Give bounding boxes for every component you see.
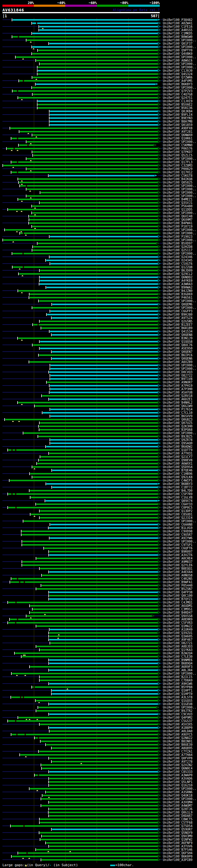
alignment-bar[interactable]: [41, 585, 158, 586]
alignment-bar[interactable]: [50, 392, 158, 393]
alignment-bar[interactable]: [51, 365, 158, 366]
alignment-bar[interactable]: [38, 50, 158, 51]
alignment-bar[interactable]: [51, 439, 158, 441]
alignment-bar[interactable]: [49, 398, 158, 400]
alignment-bar[interactable]: [33, 609, 158, 610]
alignment-bar[interactable]: [18, 338, 158, 339]
alignment-bar[interactable]: [10, 619, 158, 620]
alignment-bar[interactable]: [8, 493, 158, 495]
alignment-bar[interactable]: [23, 544, 158, 546]
alignment-bar[interactable]: [51, 524, 158, 525]
alignment-bar[interactable]: [8, 507, 158, 508]
alignment-bar[interactable]: [33, 249, 158, 251]
alignment-bar[interactable]: [49, 662, 158, 664]
alignment-bar[interactable]: [40, 280, 158, 281]
alignment-bar[interactable]: [46, 287, 158, 288]
alignment-bar[interactable]: [40, 676, 158, 678]
alignment-bar[interactable]: [50, 537, 158, 539]
alignment-bar[interactable]: [33, 324, 158, 326]
alignment-bar[interactable]: [49, 175, 155, 177]
alignment-bar[interactable]: [12, 172, 158, 173]
alignment-bar[interactable]: [51, 388, 158, 390]
alignment-bar[interactable]: [42, 395, 158, 397]
alignment-bar[interactable]: [47, 314, 158, 315]
alignment-bar[interactable]: [39, 29, 158, 31]
alignment-bar[interactable]: [49, 551, 158, 552]
alignment-bar[interactable]: [27, 141, 158, 143]
alignment-bar[interactable]: [49, 781, 158, 783]
alignment-bar[interactable]: [12, 19, 158, 21]
alignment-bar[interactable]: [52, 829, 158, 830]
alignment-bar[interactable]: [37, 588, 158, 590]
alignment-bar[interactable]: [20, 232, 158, 234]
alignment-bar[interactable]: [49, 778, 158, 779]
alignment-bar[interactable]: [30, 490, 158, 491]
alignment-bar[interactable]: [32, 53, 158, 55]
alignment-bar[interactable]: [33, 134, 158, 136]
alignment-bar[interactable]: [29, 216, 158, 217]
alignment-bar[interactable]: [12, 253, 158, 254]
alignment-bar[interactable]: [52, 693, 158, 695]
alignment-bar[interactable]: [49, 703, 158, 705]
alignment-bar[interactable]: [41, 859, 158, 861]
alignment-bar[interactable]: [29, 222, 158, 224]
alignment-bar[interactable]: [18, 402, 158, 403]
alignment-bar[interactable]: [39, 426, 158, 427]
alignment-bar[interactable]: [15, 652, 158, 654]
alignment-bar[interactable]: [33, 94, 158, 95]
alignment-bar[interactable]: [51, 310, 158, 312]
alignment-bar[interactable]: [39, 354, 158, 356]
alignment-bar[interactable]: [24, 520, 158, 522]
alignment-bar[interactable]: [37, 558, 158, 559]
alignment-bar[interactable]: [49, 632, 157, 634]
alignment-bar[interactable]: [30, 361, 158, 363]
alignment-bar[interactable]: [27, 615, 152, 617]
alignment-bar[interactable]: [27, 39, 158, 41]
alignment-bar[interactable]: [37, 463, 158, 464]
alignment-bar[interactable]: [33, 344, 158, 346]
alignment-bar[interactable]: [11, 696, 158, 698]
alignment-bar[interactable]: [22, 534, 158, 535]
alignment-bar[interactable]: [49, 683, 158, 684]
alignment-bar[interactable]: [31, 497, 158, 498]
alignment-bar[interactable]: [49, 670, 158, 671]
alignment-bar[interactable]: [45, 500, 158, 502]
alignment-bar[interactable]: [51, 642, 158, 644]
alignment-bar[interactable]: [46, 744, 158, 745]
alignment-bar[interactable]: [46, 842, 158, 844]
alignment-bar[interactable]: [52, 334, 158, 336]
alignment-bar[interactable]: [41, 805, 158, 806]
alignment-bar[interactable]: [40, 283, 158, 285]
alignment-bar[interactable]: [52, 351, 158, 352]
alignment-bar[interactable]: [49, 371, 158, 373]
alignment-bar[interactable]: [12, 856, 158, 857]
alignment-bar[interactable]: [32, 226, 158, 227]
alignment-bar[interactable]: [41, 741, 158, 742]
alignment-bar[interactable]: [49, 757, 158, 759]
alignment-bar[interactable]: [8, 449, 158, 451]
alignment-bar[interactable]: [52, 487, 158, 488]
alignment-bar[interactable]: [41, 798, 158, 800]
alignment-bar[interactable]: [27, 195, 158, 197]
alignment-bar[interactable]: [12, 673, 158, 674]
alignment-bar[interactable]: [39, 300, 158, 302]
alignment-bar[interactable]: [12, 161, 158, 163]
alignment-bar[interactable]: [19, 198, 158, 200]
alignment-bar[interactable]: [40, 277, 158, 278]
alignment-bar[interactable]: [32, 23, 158, 24]
alignment-bar[interactable]: [49, 808, 158, 810]
alignment-bar[interactable]: [32, 46, 158, 48]
alignment-bar[interactable]: [40, 270, 158, 271]
alignment-bar[interactable]: [35, 737, 158, 739]
alignment-bar[interactable]: [30, 788, 158, 789]
alignment-bar[interactable]: [33, 466, 158, 468]
alignment-bar[interactable]: [37, 646, 158, 647]
alignment-bar[interactable]: [49, 571, 158, 573]
alignment-bar[interactable]: [50, 124, 158, 126]
alignment-bar[interactable]: [32, 33, 158, 34]
alignment-bar[interactable]: [13, 266, 158, 268]
alignment-bar[interactable]: [41, 839, 158, 840]
alignment-bar[interactable]: [19, 182, 158, 183]
alignment-bar[interactable]: [19, 145, 153, 146]
alignment-bar[interactable]: [12, 578, 158, 580]
